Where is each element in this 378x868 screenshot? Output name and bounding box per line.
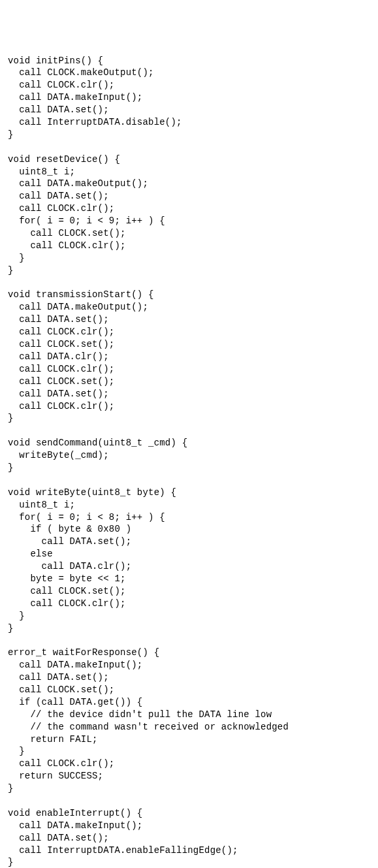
code-listing: void initPins() { call CLOCK.makeOutput(… [8,55,370,868]
